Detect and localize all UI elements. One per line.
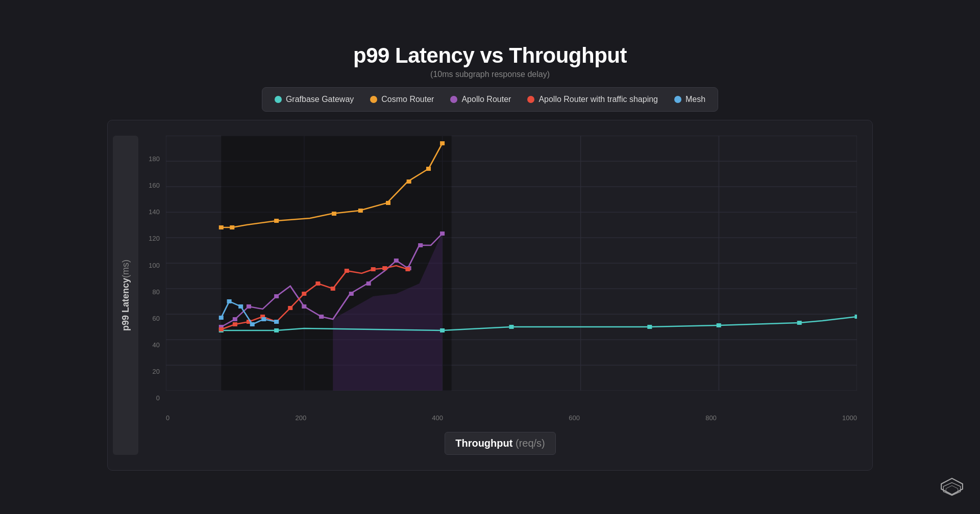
- cosmo-dot-4: [332, 212, 336, 216]
- mesh-dot-3: [238, 304, 243, 309]
- x-tick-200: 200: [295, 414, 306, 422]
- grafbase-dot-2: [274, 328, 279, 332]
- cosmo-dot-5: [358, 209, 363, 213]
- chart-svg: [166, 136, 857, 391]
- x-ticks: 0 200 400 600 800 1000: [166, 411, 857, 422]
- apollo-label: Apollo Router: [461, 95, 511, 104]
- apollo-traffic-dot-9: [331, 287, 335, 291]
- x-axis-label-container: Throughput (req/s): [143, 432, 857, 455]
- legend-item-cosmo: Cosmo Router: [370, 95, 434, 104]
- x-tick-0: 0: [166, 414, 169, 422]
- y-tick-100: 100: [143, 262, 164, 269]
- mesh-dot-1: [219, 316, 224, 320]
- apollo-traffic-dot-13: [405, 267, 410, 271]
- chart-main-title: p99 Latency vs Throughput: [353, 43, 627, 68]
- y-ticks: 0 20 40 60 80 100 120 140 160 180: [143, 136, 164, 401]
- apollo-traffic-label: Apollo Router with traffic shaping: [538, 95, 658, 104]
- logo: [939, 476, 965, 504]
- y-tick-180: 180: [143, 156, 164, 162]
- apollo-dot-7: [349, 292, 354, 296]
- legend: Grafbase Gateway Cosmo Router Apollo Rou…: [262, 87, 718, 112]
- apollo-traffic-dot-1: [219, 327, 224, 331]
- apollo-dot-4: [274, 294, 279, 298]
- mesh-dot-6: [274, 320, 279, 324]
- x-tick-800: 800: [705, 414, 717, 422]
- mesh-dot: [674, 96, 681, 103]
- legend-item-apollo-traffic: Apollo Router with traffic shaping: [527, 95, 658, 104]
- main-container: p99 Latency vs Throughput (10ms subgraph…: [107, 43, 873, 471]
- apollo-dot-8: [366, 281, 371, 286]
- x-tick-400: 400: [432, 414, 443, 422]
- apollo-traffic-dot-10: [345, 269, 349, 273]
- y-axis-label: p99 Latency (ms): [113, 136, 138, 455]
- axes-area: 0 20 40 60 80 100 120 140 160 180: [143, 136, 857, 422]
- apollo-dot-3: [247, 304, 251, 309]
- apollo-dot-2: [233, 317, 237, 321]
- apollo-dot: [450, 96, 457, 103]
- legend-item-apollo: Apollo Router: [450, 95, 511, 104]
- grafbase-dot-4: [509, 325, 513, 329]
- cosmo-dot-9: [440, 141, 445, 145]
- x-axis-label: Throughput (req/s): [445, 432, 556, 455]
- x-axis-label-text: Throughput: [455, 438, 512, 449]
- chart-area: p99 Latency (ms) 0 20 40 60 80 100 120: [107, 120, 873, 471]
- mesh-label: Mesh: [685, 95, 705, 104]
- y-tick-20: 20: [143, 368, 164, 375]
- cosmo-dot-7: [407, 179, 411, 184]
- y-tick-0: 0: [143, 395, 164, 401]
- mesh-dot-2: [227, 299, 232, 303]
- apollo-dot-11: [418, 243, 423, 247]
- chart-subtitle: (10ms subgraph response delay): [353, 70, 627, 79]
- y-tick-120: 120: [143, 235, 164, 242]
- cosmo-dot-8: [426, 167, 431, 171]
- apollo-dot-12: [440, 232, 445, 236]
- grafbase-dot-6: [717, 323, 721, 327]
- cosmo-dot-3: [274, 219, 279, 223]
- apollo-traffic-dot-2: [233, 322, 237, 326]
- chart-title: p99 Latency vs Throughput (10ms subgraph…: [353, 43, 627, 79]
- apollo-traffic-dot-11: [371, 267, 376, 271]
- apollo-traffic-dot-6: [288, 306, 292, 310]
- mesh-dot-5: [261, 317, 266, 321]
- legend-item-mesh: Mesh: [674, 95, 705, 104]
- cosmo-dot-1: [219, 225, 224, 229]
- y-tick-60: 60: [143, 315, 164, 322]
- chart-wrapper: p99 Latency (ms) 0 20 40 60 80 100 120: [113, 136, 857, 455]
- apollo-traffic-dot-8: [315, 281, 320, 286]
- grafbase-dot-8: [854, 315, 857, 319]
- y-tick-160: 160: [143, 182, 164, 189]
- cosmo-label: Cosmo Router: [381, 95, 434, 104]
- y-tick-140: 140: [143, 209, 164, 215]
- grafbase-dot: [275, 96, 282, 103]
- svg-marker-19: [946, 485, 958, 495]
- apollo-traffic-dot-7: [302, 292, 306, 296]
- legend-item-grafbase: Grafbase Gateway: [275, 95, 354, 104]
- grafbase-dot-3: [440, 328, 445, 332]
- plot-area: [166, 136, 857, 391]
- x-tick-600: 600: [569, 414, 580, 422]
- apollo-dot-6: [319, 315, 324, 319]
- apollo-dot-9: [394, 259, 399, 263]
- apollo-traffic-dot-12: [382, 266, 387, 270]
- grafbase-dot-5: [647, 325, 652, 329]
- graph-container: 0 20 40 60 80 100 120 140 160 180: [143, 136, 857, 455]
- grafbase-label: Grafbase Gateway: [286, 95, 354, 104]
- cosmo-dot-2: [230, 225, 234, 229]
- mesh-dot-4: [250, 322, 255, 326]
- y-tick-40: 40: [143, 342, 164, 348]
- logo-svg: [939, 476, 965, 502]
- cosmo-dot-6: [386, 201, 390, 205]
- x-axis-unit: (req/s): [516, 438, 545, 449]
- y-tick-80: 80: [143, 289, 164, 295]
- cosmo-dot: [370, 96, 377, 103]
- apollo-dot-5: [302, 304, 306, 309]
- x-tick-1000: 1000: [842, 414, 857, 422]
- grafbase-dot-7: [797, 321, 802, 325]
- apollo-traffic-dot: [527, 96, 534, 103]
